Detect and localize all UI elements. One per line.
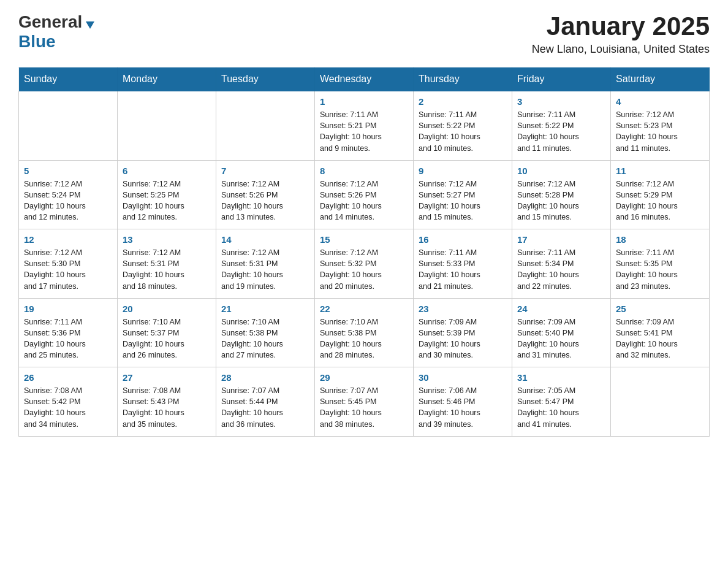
day-number: 11 (616, 166, 704, 176)
day-info: Sunrise: 7:08 AM Sunset: 5:43 PM Dayligh… (123, 385, 211, 430)
day-info: Sunrise: 7:12 AM Sunset: 5:25 PM Dayligh… (123, 178, 211, 223)
calendar-cell: 10Sunrise: 7:12 AM Sunset: 5:28 PM Dayli… (512, 160, 611, 229)
day-info: Sunrise: 7:05 AM Sunset: 5:47 PM Dayligh… (517, 385, 605, 430)
calendar-day-header-thursday: Thursday (414, 67, 512, 91)
day-info: Sunrise: 7:11 AM Sunset: 5:36 PM Dayligh… (24, 316, 112, 361)
calendar-table: SundayMondayTuesdayWednesdayThursdayFrid… (18, 67, 710, 437)
day-info: Sunrise: 7:08 AM Sunset: 5:42 PM Dayligh… (24, 385, 112, 430)
calendar-cell (611, 367, 710, 437)
calendar-cell (19, 91, 118, 161)
day-info: Sunrise: 7:12 AM Sunset: 5:28 PM Dayligh… (517, 178, 605, 223)
calendar-cell: 20Sunrise: 7:10 AM Sunset: 5:37 PM Dayli… (118, 298, 216, 367)
day-number: 4 (616, 96, 704, 107)
svg-marker-0 (86, 21, 94, 29)
calendar-cell: 3Sunrise: 7:11 AM Sunset: 5:22 PM Daylig… (512, 91, 611, 161)
day-info: Sunrise: 7:12 AM Sunset: 5:30 PM Dayligh… (24, 247, 112, 292)
day-info: Sunrise: 7:12 AM Sunset: 5:32 PM Dayligh… (320, 247, 408, 292)
day-number: 26 (24, 372, 112, 383)
day-number: 23 (419, 304, 507, 314)
day-info: Sunrise: 7:12 AM Sunset: 5:26 PM Dayligh… (320, 178, 408, 223)
day-number: 14 (221, 234, 309, 245)
day-info: Sunrise: 7:11 AM Sunset: 5:21 PM Dayligh… (320, 109, 408, 154)
day-number: 30 (419, 372, 507, 383)
calendar-cell (118, 91, 216, 161)
logo: General Blue (18, 12, 96, 52)
day-info: Sunrise: 7:07 AM Sunset: 5:44 PM Dayligh… (221, 385, 309, 430)
day-number: 28 (221, 372, 309, 383)
day-info: Sunrise: 7:12 AM Sunset: 5:24 PM Dayligh… (24, 178, 112, 223)
calendar-day-header-friday: Friday (512, 67, 611, 91)
day-info: Sunrise: 7:10 AM Sunset: 5:38 PM Dayligh… (221, 316, 309, 361)
day-info: Sunrise: 7:11 AM Sunset: 5:35 PM Dayligh… (616, 247, 704, 292)
day-info: Sunrise: 7:06 AM Sunset: 5:46 PM Dayligh… (419, 385, 507, 430)
calendar-week-row: 12Sunrise: 7:12 AM Sunset: 5:30 PM Dayli… (19, 229, 710, 299)
logo-blue: Blue (18, 32, 56, 52)
calendar-cell: 13Sunrise: 7:12 AM Sunset: 5:31 PM Dayli… (118, 229, 216, 299)
day-info: Sunrise: 7:10 AM Sunset: 5:37 PM Dayligh… (123, 316, 211, 361)
calendar-cell: 11Sunrise: 7:12 AM Sunset: 5:29 PM Dayli… (611, 160, 710, 229)
day-info: Sunrise: 7:09 AM Sunset: 5:40 PM Dayligh… (517, 316, 605, 361)
calendar-day-header-tuesday: Tuesday (216, 67, 315, 91)
calendar-cell: 22Sunrise: 7:10 AM Sunset: 5:38 PM Dayli… (315, 298, 414, 367)
day-number: 15 (320, 234, 408, 245)
day-info: Sunrise: 7:12 AM Sunset: 5:29 PM Dayligh… (616, 178, 704, 223)
calendar-cell: 30Sunrise: 7:06 AM Sunset: 5:46 PM Dayli… (414, 367, 512, 437)
logo-general: General (18, 12, 82, 32)
day-number: 25 (616, 304, 704, 314)
day-number: 12 (24, 234, 112, 245)
title-block: January 2025 New Llano, Louisiana, Unite… (532, 12, 710, 56)
month-title: January 2025 (532, 12, 710, 40)
calendar-day-header-sunday: Sunday (19, 67, 118, 91)
day-number: 9 (419, 166, 507, 176)
calendar-cell: 2Sunrise: 7:11 AM Sunset: 5:22 PM Daylig… (414, 91, 512, 161)
calendar-day-header-wednesday: Wednesday (315, 67, 414, 91)
day-info: Sunrise: 7:12 AM Sunset: 5:31 PM Dayligh… (221, 247, 309, 292)
calendar-week-row: 5Sunrise: 7:12 AM Sunset: 5:24 PM Daylig… (19, 160, 710, 229)
day-info: Sunrise: 7:07 AM Sunset: 5:45 PM Dayligh… (320, 385, 408, 430)
day-number: 20 (123, 304, 211, 314)
calendar-cell: 19Sunrise: 7:11 AM Sunset: 5:36 PM Dayli… (19, 298, 118, 367)
calendar-week-row: 26Sunrise: 7:08 AM Sunset: 5:42 PM Dayli… (19, 367, 710, 437)
day-number: 16 (419, 234, 507, 245)
day-info: Sunrise: 7:12 AM Sunset: 5:23 PM Dayligh… (616, 109, 704, 154)
day-number: 10 (517, 166, 605, 176)
page-header: General Blue January 2025 New Llano, Lou… (18, 12, 710, 56)
calendar-day-header-saturday: Saturday (611, 67, 710, 91)
calendar-cell: 27Sunrise: 7:08 AM Sunset: 5:43 PM Dayli… (118, 367, 216, 437)
calendar-cell (216, 91, 315, 161)
calendar-cell: 1Sunrise: 7:11 AM Sunset: 5:21 PM Daylig… (315, 91, 414, 161)
day-info: Sunrise: 7:11 AM Sunset: 5:34 PM Dayligh… (517, 247, 605, 292)
calendar-cell: 24Sunrise: 7:09 AM Sunset: 5:40 PM Dayli… (512, 298, 611, 367)
calendar-cell: 5Sunrise: 7:12 AM Sunset: 5:24 PM Daylig… (19, 160, 118, 229)
calendar-cell: 4Sunrise: 7:12 AM Sunset: 5:23 PM Daylig… (611, 91, 710, 161)
day-number: 24 (517, 304, 605, 314)
calendar-day-header-monday: Monday (118, 67, 216, 91)
day-number: 1 (320, 96, 408, 107)
calendar-cell: 7Sunrise: 7:12 AM Sunset: 5:26 PM Daylig… (216, 160, 315, 229)
calendar-cell: 21Sunrise: 7:10 AM Sunset: 5:38 PM Dayli… (216, 298, 315, 367)
day-number: 22 (320, 304, 408, 314)
calendar-cell: 31Sunrise: 7:05 AM Sunset: 5:47 PM Dayli… (512, 367, 611, 437)
calendar-cell: 6Sunrise: 7:12 AM Sunset: 5:25 PM Daylig… (118, 160, 216, 229)
day-number: 29 (320, 372, 408, 383)
logo-triangle-icon (83, 19, 96, 31)
day-info: Sunrise: 7:12 AM Sunset: 5:26 PM Dayligh… (221, 178, 309, 223)
calendar-cell: 26Sunrise: 7:08 AM Sunset: 5:42 PM Dayli… (19, 367, 118, 437)
day-number: 19 (24, 304, 112, 314)
day-info: Sunrise: 7:11 AM Sunset: 5:22 PM Dayligh… (419, 109, 507, 154)
calendar-header-row: SundayMondayTuesdayWednesdayThursdayFrid… (19, 67, 710, 91)
day-info: Sunrise: 7:09 AM Sunset: 5:39 PM Dayligh… (419, 316, 507, 361)
calendar-week-row: 19Sunrise: 7:11 AM Sunset: 5:36 PM Dayli… (19, 298, 710, 367)
calendar-cell: 9Sunrise: 7:12 AM Sunset: 5:27 PM Daylig… (414, 160, 512, 229)
day-number: 18 (616, 234, 704, 245)
calendar-cell: 16Sunrise: 7:11 AM Sunset: 5:33 PM Dayli… (414, 229, 512, 299)
calendar-cell: 15Sunrise: 7:12 AM Sunset: 5:32 PM Dayli… (315, 229, 414, 299)
location: New Llano, Louisiana, United States (532, 43, 710, 56)
day-number: 17 (517, 234, 605, 245)
calendar-cell: 18Sunrise: 7:11 AM Sunset: 5:35 PM Dayli… (611, 229, 710, 299)
day-number: 8 (320, 166, 408, 176)
day-info: Sunrise: 7:10 AM Sunset: 5:38 PM Dayligh… (320, 316, 408, 361)
day-number: 31 (517, 372, 605, 383)
day-number: 5 (24, 166, 112, 176)
calendar-week-row: 1Sunrise: 7:11 AM Sunset: 5:21 PM Daylig… (19, 91, 710, 161)
